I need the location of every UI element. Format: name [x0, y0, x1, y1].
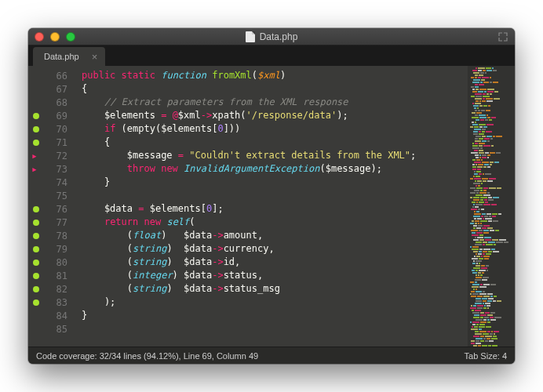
code-line[interactable]: ); — [74, 296, 468, 309]
coverage-dot-icon — [33, 260, 39, 266]
gutter-line[interactable]: 69 — [28, 109, 74, 122]
gutter-line[interactable]: 67 — [28, 82, 74, 96]
code-line[interactable]: (string) $data->status_msg — [74, 282, 468, 296]
coverage-dot-icon — [33, 286, 39, 292]
gutter-line[interactable]: 77 — [28, 216, 74, 229]
gutter-line[interactable]: 71 — [28, 136, 74, 149]
line-number: 74 — [56, 177, 67, 188]
code-line[interactable]: (string) $data->id, — [74, 256, 468, 269]
gutter-line[interactable]: 76 — [28, 202, 74, 216]
gutter-line[interactable]: 70 — [28, 122, 74, 136]
coverage-dot-icon — [33, 206, 39, 212]
gutter-line[interactable]: 80 — [28, 256, 74, 269]
gutter-line[interactable]: 84 — [28, 309, 74, 322]
coverage-dot-icon — [33, 273, 39, 279]
code-line[interactable]: if (empty($elements[0])) — [74, 122, 468, 136]
status-left[interactable]: Code coverage: 32/34 lines (94.12%), Lin… — [36, 351, 258, 361]
line-number: 75 — [56, 191, 67, 201]
coverage-dot-icon — [33, 246, 39, 252]
code-line[interactable]: (float) $data->amount, — [74, 229, 468, 242]
gutter-line[interactable]: ▸72 — [28, 149, 74, 162]
gutter[interactable]: 666768697071▸72▸737475767778798081828384… — [28, 66, 74, 347]
code-line[interactable]: $elements = @$xml->xpath('/response/data… — [74, 109, 468, 122]
gutter-line[interactable]: 81 — [28, 269, 74, 282]
code-editor[interactable]: public static function fromXml($xml){ //… — [74, 66, 468, 347]
code-line[interactable]: { — [74, 82, 468, 96]
code-line[interactable] — [74, 189, 468, 202]
code-line[interactable]: (integer) $data->status, — [74, 269, 468, 282]
coverage-miss-icon: ▸ — [31, 151, 38, 161]
file-icon — [246, 31, 255, 42]
status-bar: Code coverage: 32/34 lines (94.12%), Lin… — [28, 347, 515, 364]
gutter-line[interactable]: 66 — [28, 69, 74, 82]
gutter-line[interactable]: 74 — [28, 176, 74, 189]
tab-label: Data.php — [44, 52, 79, 61]
code-line[interactable]: // Extract parameters from the XML respo… — [74, 96, 468, 109]
line-number: 85 — [56, 324, 67, 335]
coverage-dot-icon — [33, 220, 39, 226]
line-number: 84 — [56, 310, 67, 321]
close-icon[interactable]: × — [90, 51, 100, 63]
code-line[interactable]: $data = $elements[0]; — [74, 202, 468, 216]
close-button[interactable] — [35, 32, 44, 42]
coverage-dot-icon — [33, 126, 39, 132]
status-right[interactable]: Tab Size: 4 — [465, 351, 507, 361]
code-line[interactable]: throw new InvalidArgumentException($mess… — [74, 162, 468, 176]
line-number: 72 — [56, 151, 67, 162]
tab-bar: Data.php × — [28, 45, 515, 66]
gutter-line[interactable]: 75 — [28, 189, 74, 202]
line-number: 82 — [56, 284, 67, 295]
line-number: 70 — [56, 124, 67, 135]
tab-data-php[interactable]: Data.php × — [33, 47, 105, 66]
coverage-miss-icon: ▸ — [31, 164, 38, 174]
fullscreen-icon[interactable] — [497, 31, 508, 42]
line-number: 68 — [56, 97, 67, 108]
gutter-line[interactable]: 78 — [28, 229, 74, 242]
code-line[interactable]: { — [74, 136, 468, 149]
code-line[interactable]: } — [74, 309, 468, 322]
line-number: 78 — [56, 230, 67, 241]
code-line[interactable]: public static function fromXml($xml) — [74, 69, 468, 82]
zoom-button[interactable] — [66, 32, 75, 42]
traffic-lights — [35, 32, 75, 42]
line-number: 80 — [56, 257, 67, 268]
editor-window: Data.php Data.php × 666768697071▸72▸7374… — [28, 28, 515, 364]
code-line[interactable]: } — [74, 176, 468, 189]
line-number: 77 — [56, 217, 67, 228]
line-number: 73 — [56, 164, 67, 175]
line-number: 79 — [56, 244, 67, 255]
window-title-text: Data.php — [260, 31, 298, 42]
minimap[interactable] — [468, 66, 515, 347]
line-number: 71 — [56, 137, 67, 148]
window-title: Data.php — [28, 31, 515, 42]
coverage-dot-icon — [33, 299, 39, 306]
coverage-dot-icon — [33, 140, 39, 146]
code-line[interactable]: $message = "Couldn't extract details fro… — [74, 149, 468, 162]
titlebar[interactable]: Data.php — [28, 28, 515, 45]
editor-area: 666768697071▸72▸737475767778798081828384… — [28, 66, 515, 347]
gutter-line[interactable]: 83 — [28, 296, 74, 309]
minimize-button[interactable] — [50, 32, 60, 42]
code-line[interactable]: (string) $data->currency, — [74, 242, 468, 256]
gutter-line[interactable]: 85 — [28, 322, 74, 336]
coverage-dot-icon — [33, 113, 39, 119]
line-number: 83 — [56, 297, 67, 308]
line-number: 69 — [56, 111, 67, 122]
code-line[interactable]: return new self( — [74, 216, 468, 229]
coverage-dot-icon — [33, 233, 39, 239]
gutter-line[interactable]: ▸73 — [28, 162, 74, 176]
line-number: 81 — [56, 270, 67, 281]
gutter-line[interactable]: 68 — [28, 96, 74, 109]
line-number: 76 — [56, 204, 67, 215]
gutter-line[interactable]: 79 — [28, 242, 74, 256]
line-number: 66 — [56, 71, 67, 82]
line-number: 67 — [56, 84, 67, 95]
gutter-line[interactable]: 82 — [28, 282, 74, 296]
